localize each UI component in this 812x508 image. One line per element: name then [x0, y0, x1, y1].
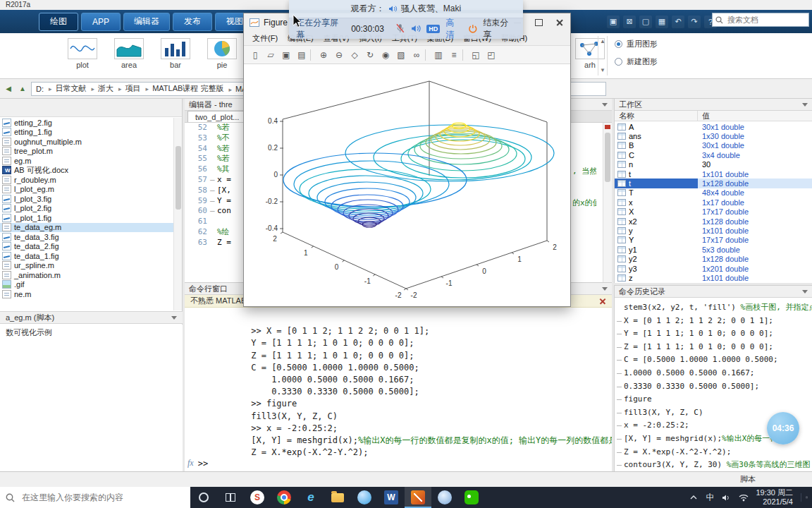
file-list-scrollbar[interactable]: [173, 118, 182, 310]
hide-plot-tools-icon[interactable]: ◱: [469, 48, 483, 62]
n[interactable]: n 30: [615, 160, 812, 169]
r_doubley.m[interactable]: r_doubley.m: [0, 175, 173, 185]
B[interactable]: B 30x1 double: [615, 141, 812, 150]
separator[interactable]: [425, 49, 430, 61]
wechat-icon[interactable]: [458, 487, 485, 508]
history-item[interactable]: 0.3330 0.3330 0.5000 0.5000];: [615, 380, 812, 394]
fold-marker[interactable]: [210, 154, 217, 164]
ribbon-tab[interactable]: 绘图: [39, 13, 78, 31]
etting_2.fig[interactable]: etting_2.fig: [0, 118, 173, 128]
T[interactable]: T 48x4 double: [615, 188, 812, 198]
ime-indicator[interactable]: 中: [706, 492, 714, 504]
file-explorer-icon[interactable]: [324, 487, 351, 508]
close-banner-icon[interactable]: [598, 297, 606, 305]
breadcrumb-segment[interactable]: MATLAB课程 完整版: [142, 83, 224, 94]
fold-marker[interactable]: [210, 175, 217, 186]
back-icon[interactable]: ◀: [3, 83, 14, 95]
fold-marker[interactable]: [210, 196, 217, 207]
y1[interactable]: y1 5x3 double: [615, 245, 812, 254]
network-icon[interactable]: [738, 492, 749, 503]
editor-scrollbar[interactable]: [603, 123, 612, 282]
fold-marker[interactable]: [210, 123, 217, 133]
x[interactable]: x 1x17 double: [615, 198, 812, 207]
gallery-down-icon[interactable]: ▼: [600, 67, 605, 73]
A[interactable]: A 30x1 double: [615, 122, 812, 131]
ans[interactable]: ans 1x30 double: [615, 131, 812, 140]
figure-plot-canvas[interactable]: 0.40.20-0.2-0.4210-1-2-2-1012: [244, 64, 570, 306]
ribbon-tab[interactable]: APP: [81, 13, 121, 31]
tray-expand-icon[interactable]: [688, 492, 699, 503]
open-file-icon[interactable]: ▱: [264, 48, 278, 62]
redo-icon[interactable]: ↷: [688, 16, 701, 28]
AB 可视化.docx[interactable]: AB 可视化.docx: [0, 166, 173, 176]
command-prompt[interactable]: fx >>: [187, 458, 208, 468]
t[interactable]: t 1x101 double: [615, 169, 812, 179]
column-value[interactable]: 值: [698, 111, 812, 121]
l_plot_3.fig[interactable]: l_plot_3.fig: [0, 194, 173, 204]
link-plot-icon[interactable]: ∞: [410, 48, 424, 62]
history-item[interactable]: C = [0.5000 1.0000 1.0000 0.5000;: [615, 353, 812, 367]
brush-icon[interactable]: ▧: [394, 48, 408, 62]
editor-collapse-icon[interactable]: [602, 103, 608, 107]
gallery-up-icon[interactable]: ▲: [600, 38, 605, 44]
command-output[interactable]: >> X = [0 1 1 2; 1 1 2 2; 0 0 1 1]; Y = …: [185, 308, 612, 457]
te_data_1.fig[interactable]: te_data_1.fig: [0, 251, 173, 261]
history-item[interactable]: X = [0 1 1 2; 1 1 2 2; 0 0 1 1];: [615, 315, 812, 328]
y3[interactable]: y3 1x201 double: [615, 264, 812, 273]
tree_plot.m[interactable]: tree_plot.m: [0, 147, 173, 157]
separator[interactable]: [310, 49, 315, 61]
collapse-icon[interactable]: [171, 316, 177, 320]
maximize-icon[interactable]: [528, 13, 549, 32]
fold-marker[interactable]: [210, 227, 217, 238]
ur_spline.m[interactable]: ur_spline.m: [0, 261, 173, 271]
plot-type-area[interactable]: area: [107, 36, 151, 75]
chrome-icon[interactable]: [271, 487, 297, 508]
history-item[interactable]: contour3(X, Y, Z, 30) %画30条等高线的三维图: [615, 459, 812, 472]
up-folder-icon[interactable]: ▲: [17, 83, 28, 95]
copy-icon[interactable]: ▢: [639, 16, 652, 28]
figure-window[interactable]: Figure 1 文件(F)编辑(E)查看(V)插入(I)工具(T)桌面(D)窗…: [243, 13, 571, 307]
plot-type-bar[interactable]: bar: [154, 36, 197, 75]
file-detail-header[interactable]: a_eg.m (脚本): [0, 311, 183, 324]
doc-search-input[interactable]: [726, 15, 804, 25]
end-share-button[interactable]: 结束分享: [483, 17, 516, 40]
s-app-icon[interactable]: S: [244, 487, 271, 508]
eg.m[interactable]: eg.m: [0, 156, 173, 166]
scrollbar-thumb[interactable]: [605, 133, 610, 182]
word-icon[interactable]: W: [378, 487, 405, 508]
pan-hand-icon[interactable]: ◇: [347, 48, 362, 62]
insert-colorbar-icon[interactable]: ▥: [431, 48, 445, 62]
workspace-collapse-icon[interactable]: [802, 103, 808, 107]
paste-icon[interactable]: ▦: [656, 16, 668, 28]
ie-icon[interactable]: e: [297, 487, 324, 508]
te_data_2.fig[interactable]: te_data_2.fig: [0, 242, 173, 252]
task-view-icon[interactable]: [217, 487, 244, 508]
ne.m[interactable]: ne.m: [0, 289, 173, 299]
C[interactable]: C 3x4 double: [615, 150, 812, 159]
scrollbar-thumb[interactable]: [176, 146, 181, 210]
z[interactable]: z 1x101 double: [615, 273, 812, 282]
l_plot_2.fig[interactable]: l_plot_2.fig: [0, 204, 173, 214]
Y[interactable]: Y 17x17 double: [615, 236, 812, 245]
etting_1.fig[interactable]: etting_1.fig: [0, 128, 173, 138]
figure-option[interactable]: 新建图形: [615, 56, 658, 67]
save-icon[interactable]: ▣: [607, 16, 620, 28]
mic-muted-icon[interactable]: [395, 23, 405, 34]
fold-marker[interactable]: [210, 206, 217, 217]
editor-tab[interactable]: two_d_plot...: [187, 111, 247, 122]
menu-item[interactable]: 文件(F): [248, 32, 282, 45]
ribbon-tab[interactable]: 发布: [173, 13, 212, 31]
X[interactable]: X 17x17 double: [615, 207, 812, 217]
plot-type-plot[interactable]: plot: [61, 36, 104, 75]
_animation.m[interactable]: _animation.m: [0, 270, 173, 280]
ribbon-tab[interactable]: 编辑器: [123, 13, 170, 31]
undo-icon[interactable]: ↶: [672, 16, 684, 28]
history-item[interactable]: stem3(x2, y2, t, 'fill') %画枝干图, 并指定点为方: [615, 301, 812, 315]
te_data_eg.m[interactable]: te_data_eg.m: [0, 223, 173, 233]
insert-legend-icon[interactable]: ≡: [447, 48, 461, 62]
figure-option[interactable]: 重用图形: [615, 39, 658, 49]
column-name[interactable]: 名称: [615, 111, 698, 121]
close-icon[interactable]: [549, 13, 570, 32]
taskbar-clock[interactable]: 19:30 周二 2021/5/4: [756, 488, 793, 507]
y[interactable]: y 1x101 double: [615, 226, 812, 235]
